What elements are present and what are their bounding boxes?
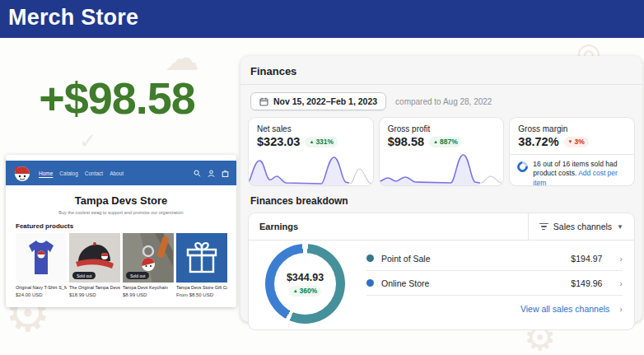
- net-sales-sparkline: [249, 147, 373, 185]
- finances-breakdown-title: Finances breakdown: [250, 195, 632, 207]
- product-price: From $8.50 USD: [176, 292, 227, 297]
- chevron-right-icon: ›: [619, 278, 623, 288]
- arrow-up-icon: ▲: [433, 139, 438, 144]
- store-title: Tampa Devs Store: [6, 194, 236, 207]
- chevron-right-icon: ›: [619, 254, 623, 264]
- earnings-title: Earnings: [249, 222, 528, 231]
- product-name: The Original Tampa Devs Hat: [69, 285, 120, 291]
- profit-highlight: +$98.58: [8, 72, 226, 124]
- channel-row-point-of-sale[interactable]: Point of Sale $194.97 ›: [366, 246, 623, 271]
- product-image-tshirt: [16, 233, 67, 283]
- channel-dot-icon: [366, 255, 374, 262]
- product-name: Original Navy T-Shirt S_M_L_XL: [16, 285, 67, 291]
- metric-value: $323.03: [257, 135, 300, 148]
- metric-value: 38.72%: [518, 135, 558, 148]
- slide-canvas: ⚙ ☁ ◎ ⚙ ✓ Merch Store +$98.58 Home Catal…: [0, 0, 644, 355]
- arrow-up-icon: ▲: [309, 139, 314, 144]
- delta-badge: ▲ 331%: [305, 137, 338, 147]
- finances-panel: Finances Nov 15, 2022–Feb 1, 2023 compar…: [240, 56, 642, 322]
- gross-profit-sparkline: [380, 147, 504, 185]
- sold-out-badge: Sold out: [126, 272, 149, 279]
- delta-badge: ▲ 887%: [429, 137, 462, 147]
- background-doodle-check: ✓: [79, 128, 97, 154]
- store-nav-about[interactable]: About: [110, 170, 124, 176]
- product-card-hat[interactable]: Sold out The Original Tampa Devs Hat $18…: [69, 233, 120, 297]
- store-subtitle: Buy the coolest swag to support and prom…: [6, 210, 236, 215]
- compared-to-label: compared to Aug 28, 2022: [395, 97, 492, 106]
- chevron-right-icon: ›: [619, 304, 623, 314]
- earnings-body: $344.93 ▲ 360% Point of Sale $194.97 ›: [249, 241, 634, 324]
- metric-label: Net sales: [257, 124, 365, 133]
- product-card-keychain[interactable]: Sold out Tampa Devs Keychain $8.99 USD: [123, 233, 174, 297]
- product-image-hat: Sold out: [69, 233, 120, 283]
- channel-list: Point of Sale $194.97 › Online Store $14…: [366, 246, 623, 321]
- filter-label: Sales channels: [553, 222, 612, 231]
- sold-out-badge: Sold out: [72, 272, 96, 279]
- store-logo-icon: [13, 164, 31, 182]
- product-price: $24.00 USD: [16, 292, 67, 297]
- gross-margin-card: Gross margin 38.72% ▼ 3% 16 out of 16 it…: [510, 118, 634, 185]
- product-name: Tampa Devs Store Gift Card: [176, 285, 227, 291]
- earnings-card: Earnings Sales channels ▼ $344.93 ▲ 360%: [249, 213, 634, 329]
- store-header-icons: [194, 170, 229, 177]
- product-card-gift-card[interactable]: Tampa Devs Store Gift Card From $8.50 US…: [176, 233, 227, 297]
- page-title: Merch Store: [8, 5, 138, 30]
- store-nav-catalog[interactable]: Catalog: [59, 170, 77, 176]
- net-sales-card: Net sales $323.03 ▲ 331%: [249, 118, 373, 185]
- product-costs-note: 16 out of 16 items sold had product cost…: [510, 154, 634, 185]
- metric-value: $98.58: [388, 135, 424, 148]
- store-screenshot: Home Catalog Contact About: [6, 155, 236, 307]
- earnings-donut-chart: $344.93 ▲ 360%: [265, 244, 345, 324]
- arrow-up-icon: ▲: [293, 288, 298, 293]
- date-filter-row: Nov 15, 2022–Feb 1, 2023 compared to Aug…: [250, 92, 632, 110]
- chevron-down-icon: ▼: [617, 223, 623, 231]
- earnings-delta-badge: ▲ 360%: [289, 286, 322, 297]
- date-range-label: Nov 15, 2022–Feb 1, 2023: [273, 96, 377, 106]
- metric-label: Gross margin: [518, 124, 626, 133]
- search-icon[interactable]: [194, 170, 201, 177]
- arrow-down-icon: ▼: [568, 139, 573, 144]
- calendar-icon: [259, 97, 268, 106]
- store-nav-contact[interactable]: Contact: [85, 170, 103, 176]
- featured-products-title: Featured products: [16, 222, 236, 230]
- gross-profit-card: Gross profit $98.58 ▲ 887%: [380, 118, 504, 185]
- account-icon[interactable]: [208, 170, 215, 177]
- product-card-tshirt[interactable]: Original Navy T-Shirt S_M_L_XL $24.00 US…: [16, 233, 67, 297]
- gift-icon: [176, 233, 227, 283]
- metric-label: Gross profit: [388, 124, 496, 133]
- divider: [240, 84, 642, 85]
- product-image-gift-card: [176, 233, 227, 283]
- sales-channels-filter-button[interactable]: Sales channels ▼: [528, 213, 634, 240]
- cart-icon[interactable]: [222, 170, 229, 177]
- delta-badge: ▼ 3%: [564, 137, 589, 147]
- app-header: Merch Store: [0, 0, 644, 38]
- earnings-total: $344.93: [287, 272, 324, 283]
- product-name: Tampa Devs Keychain: [123, 285, 174, 291]
- store-nav: Home Catalog Contact About: [39, 170, 124, 176]
- view-all-sales-channels-link[interactable]: View all sales channels ›: [366, 296, 623, 321]
- channel-row-online-store[interactable]: Online Store $149.96 ›: [366, 271, 623, 296]
- store-header: Home Catalog Contact About: [6, 161, 236, 185]
- filter-icon: [539, 223, 548, 230]
- metric-cards: Net sales $323.03 ▲ 331%: [249, 118, 634, 185]
- earnings-header: Earnings Sales channels ▼: [249, 213, 634, 240]
- product-image-keychain: Sold out: [123, 233, 174, 283]
- product-price: $8.99 USD: [123, 292, 174, 297]
- product-price: $18.99 USD: [69, 292, 120, 297]
- featured-products: Original Navy T-Shirt S_M_L_XL $24.00 US…: [6, 233, 236, 297]
- store-nav-home[interactable]: Home: [39, 170, 53, 176]
- date-range-button[interactable]: Nov 15, 2022–Feb 1, 2023: [250, 92, 386, 110]
- progress-ring-icon: [516, 159, 530, 174]
- channel-dot-icon: [366, 279, 374, 287]
- finances-title: Finances: [249, 63, 634, 84]
